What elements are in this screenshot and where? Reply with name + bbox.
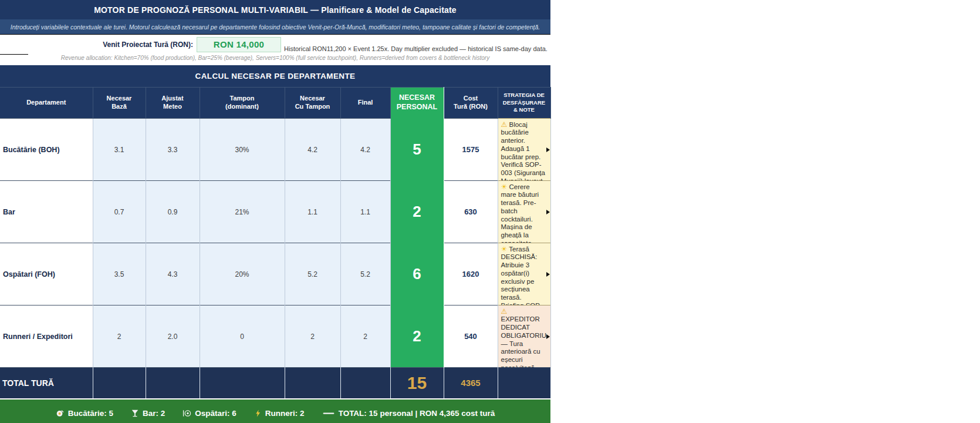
cell-weather: 3.3 [146, 119, 200, 181]
total-empty [285, 368, 340, 398]
cell-weather: 0.9 [146, 181, 200, 243]
martini-icon [131, 409, 139, 418]
dash-icon [322, 409, 335, 418]
total-empty [340, 368, 390, 398]
allocation-note: Revenue allocation: Kitchen=70% (food pr… [0, 54, 550, 63]
col-header-base: Necesar Bază [93, 88, 146, 119]
page-title: MOTOR DE PROGNOZĂ PERSONAL MULTI-VARIABI… [0, 0, 550, 19]
col-header-buffer: Tampon (dominant) [200, 88, 285, 119]
summary-bar: Bar: 2 [131, 409, 165, 418]
cell-final: 1.1 [340, 181, 390, 243]
strategy-note-cell[interactable]: ⚠ Blocaj bucătărie anterior. Adaugă 1 bu… [498, 119, 550, 181]
revenue-input-row: Venit Proiectat Tură (RON): RON 14,000 H… [0, 34, 550, 54]
department-name: Runneri / Expeditori [0, 306, 93, 368]
warning-icon: ⚠ [501, 120, 508, 129]
cell-cost: 540 [444, 306, 498, 368]
summary-runners: Runneri: 2 [254, 409, 305, 418]
cell-base: 2 [93, 306, 146, 368]
page-subtitle: Introduceți variabilele contextuale ale … [0, 19, 550, 34]
cell-base: 3.1 [93, 119, 146, 181]
cell-base: 3.5 [93, 243, 146, 306]
cell-buffer: 30% [200, 119, 285, 181]
cell-with-buffer: 5.2 [285, 243, 340, 306]
pan-icon [56, 409, 65, 418]
cell-cost: 1620 [444, 243, 498, 306]
table-row-kitchen: Bucătărie (BOH) 3.1 3.3 30% 4.2 4.2 5 15… [0, 119, 550, 181]
table-row-runners: Runneri / Expeditori 2 2.0 0 2 2 2 540 ⚠… [0, 306, 550, 368]
department-name: Bucătărie (BOH) [0, 119, 93, 181]
department-name: Ospătari (FOH) [0, 243, 93, 306]
note-text: Terasă DESCHISĂ: Atribuie 3 ospătar(i) e… [501, 246, 540, 305]
col-header-with-buffer: Necesar Cu Tampon [285, 88, 340, 119]
total-empty [498, 368, 550, 398]
col-header-staff: NECESAR PERSONAL [390, 88, 444, 119]
strategy-note-cell[interactable]: ☀ Cerere mare băuturi terasă. Pre-batch … [498, 181, 550, 243]
cell-final: 5.2 [340, 243, 390, 306]
cell-staff-count: 6 [390, 243, 444, 306]
cell-staff-count: 2 [390, 181, 444, 243]
header-row: Departament Necesar Bază Ajustat Meteo T… [0, 88, 550, 119]
cell-buffer: 20% [200, 243, 285, 306]
lightning-icon [254, 409, 262, 418]
cell-with-buffer: 4.2 [285, 119, 340, 181]
sun-icon: ☀ [501, 245, 508, 253]
summary-kitchen: Bucătărie: 5 [56, 409, 113, 418]
note-expand-icon[interactable] [546, 334, 550, 339]
cell-staff-count: 2 [390, 306, 444, 368]
historical-note: Historical RON11,200 × Event 1.25x. Day … [284, 45, 548, 54]
cell-with-buffer: 2 [285, 306, 340, 368]
col-header-final: Final [340, 88, 390, 119]
plate-icon [183, 409, 191, 418]
total-empty [200, 368, 285, 398]
table-row-bar: Bar 0.7 0.9 21% 1.1 1.1 2 630 ☀ Cerere m… [0, 181, 550, 243]
table-title: CALCUL NECESAR PE DEPARTAMENTE [0, 65, 550, 87]
note-text: EXPEDITOR DEDICAT OBLIGATORIU — Tura ant… [501, 315, 547, 367]
cell-final: 2 [340, 306, 390, 368]
strategy-note-cell[interactable]: ☀ Terasă DESCHISĂ: Atribuie 3 ospătar(i)… [498, 243, 550, 306]
table-row-servers: Ospătari (FOH) 3.5 4.3 20% 5.2 5.2 6 162… [0, 243, 550, 306]
note-expand-icon[interactable] [546, 272, 550, 277]
cell-staff-count: 5 [390, 119, 444, 181]
cell-buffer: 21% [200, 181, 285, 243]
department-calc-table: Departament Necesar Bază Ajustat Meteo T… [0, 87, 551, 398]
total-row: TOTAL TURĂ 15 4365 [0, 368, 550, 398]
col-header-weather: Ajustat Meteo [146, 88, 200, 119]
revenue-value-input[interactable]: RON 14,000 [197, 37, 281, 52]
col-header-department: Departament [0, 88, 93, 119]
total-empty [93, 368, 146, 398]
cell-cost: 1575 [444, 119, 498, 181]
cell-buffer: 0 [200, 306, 285, 368]
forecast-panel: MOTOR DE PROGNOZĂ PERSONAL MULTI-VARIABI… [0, 0, 550, 423]
cell-base: 0.7 [93, 181, 146, 243]
col-header-cost: Cost Tură (RON) [444, 88, 498, 119]
note-expand-icon[interactable] [546, 210, 550, 214]
sun-icon: ☀ [501, 183, 508, 191]
summary-total: TOTAL: 15 personal | RON 4,365 cost tură [322, 409, 495, 418]
cell-cost: 630 [444, 181, 498, 243]
strategy-note-cell[interactable]: ⚠ EXPEDITOR DEDICAT OBLIGATORIU — Tura a… [498, 306, 550, 368]
cell-weather: 4.3 [146, 243, 200, 306]
cell-weather: 2.0 [146, 306, 200, 368]
divider [0, 54, 28, 55]
note-expand-icon[interactable] [546, 147, 550, 152]
summary-footer: Bucătărie: 5 Bar: 2 Ospătari: 6 Runneri:… [0, 400, 550, 423]
cell-final: 4.2 [340, 119, 390, 181]
warning-icon: ⚠ [501, 307, 508, 315]
cell-with-buffer: 1.1 [285, 181, 340, 243]
total-staff: 15 [390, 368, 444, 398]
revenue-label: Venit Proiectat Tură (RON): [0, 41, 197, 49]
summary-servers: Ospătari: 6 [183, 409, 236, 418]
col-header-notes: STRATEGIA DE DESFĂȘURARE & NOTE [498, 88, 550, 119]
note-text: Cerere mare băuturi terasă. Pre-batch co… [501, 183, 539, 243]
total-label: TOTAL TURĂ [0, 368, 93, 398]
total-cost: 4365 [444, 368, 498, 398]
note-text: Blocaj bucătărie anterior. Adaugă 1 bucă… [501, 121, 545, 180]
department-name: Bar [0, 181, 93, 243]
total-empty [146, 368, 200, 398]
